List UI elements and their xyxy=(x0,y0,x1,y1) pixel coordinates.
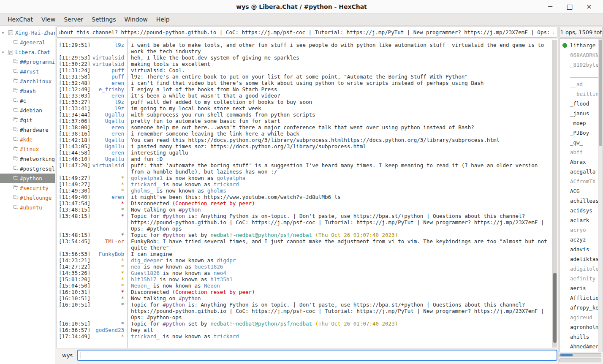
nick-label: eren xyxy=(111,149,124,156)
sidebar-item-linux[interactable]: #linux xyxy=(0,144,55,154)
chat-line: [11:49:30]*gholms_ is now known as gholm… xyxy=(59,187,549,194)
topic-bar[interactable]: about this channel? https://pound-python… xyxy=(56,27,557,38)
userlist-scrollbar[interactable] xyxy=(598,39,603,352)
message-text: with subprocess you run shell commands f… xyxy=(128,111,549,118)
sidebar-item-debian[interactable]: #debian xyxy=(0,106,55,115)
menu-item-window[interactable]: Window xyxy=(120,14,152,24)
message-segment: Neoon xyxy=(204,283,220,289)
timestamp: [11:49:27] xyxy=(59,175,90,181)
userlist-scrollbar-thumb[interactable] xyxy=(599,40,602,146)
user-list-item[interactable]: ACG xyxy=(560,186,603,196)
user-list-item[interactable]: ACfromTX xyxy=(560,177,603,186)
user-list-item[interactable]: aczyz xyxy=(560,235,603,244)
chat-line-gutter: [14:35:26]* xyxy=(59,270,128,276)
expander-icon[interactable]: ▾ xyxy=(2,50,8,54)
message-segment: nedbat!~nedbat@python/psf/nedbat xyxy=(210,321,312,327)
sidebar-item-git[interactable]: #git xyxy=(0,115,55,125)
nick-label: e_frisby xyxy=(99,86,124,92)
chat-line: [14:35:26]*Guest1826 is now known as neo… xyxy=(59,270,549,276)
user-list-item[interactable]: 068AADRKN xyxy=(560,50,603,60)
message-segment: (Thu Oct 26 01:07:40 2023) xyxy=(312,321,398,327)
sidebar-item-postgresql[interactable]: #postgresql xyxy=(0,164,55,174)
user-list-item[interactable]: _qw_ xyxy=(560,138,603,147)
chat-lines: [11:29:51]l9zi want be able to make tool… xyxy=(59,42,549,340)
maximize-button[interactable]: □ xyxy=(560,3,579,11)
user-list-item[interactable]: abff xyxy=(560,147,603,157)
chat-line-gutter: [16:10:31]* xyxy=(59,289,128,295)
nick-label: Ugallu xyxy=(105,156,124,162)
user-list-item[interactable]: _moep_ xyxy=(560,118,603,128)
user-list-item[interactable]: Abrax xyxy=(560,157,603,167)
user-list-item[interactable]: acegalla- xyxy=(560,167,603,177)
menu-item-server[interactable]: Server xyxy=(60,14,87,24)
user-list-item[interactable]: aclark xyxy=(560,215,603,225)
timestamp: [11:32:49] xyxy=(59,86,90,92)
message-segment: Guest1826 xyxy=(195,263,223,270)
menu-item-settings[interactable]: Settings xyxy=(87,14,120,24)
chat-scrollbar-thumb[interactable] xyxy=(553,273,557,343)
user-list-item[interactable]: Afflictio xyxy=(560,293,603,303)
user-list-item[interactable]: aeris xyxy=(560,283,603,293)
channel-reference: #python xyxy=(179,206,201,213)
user-list-item[interactable]: afropy_ke xyxy=(560,303,603,312)
tree-server-Libera.Chat[interactable]: ▾Libera.Chat xyxy=(0,47,55,57)
user-nick: aczyz xyxy=(570,236,586,243)
sidebar-item-networking[interactable]: #networking xyxy=(0,154,55,164)
user-list-item[interactable]: acidsys xyxy=(560,206,603,215)
tree-server-Xing-Hai-Zhar[interactable]: ▾Xing-Hai-Zhar xyxy=(0,28,55,38)
message-segment: hey all xyxy=(131,327,153,333)
user-list-item[interactable]: __ad xyxy=(560,79,603,89)
chat-scrollbar[interactable] xyxy=(552,40,557,348)
own-nick-label: wys xyxy=(57,352,77,359)
message-text: and fun :D xyxy=(128,156,549,162)
channel-icon xyxy=(12,127,20,133)
sidebar-item-archlinux[interactable]: #archlinux xyxy=(0,76,55,86)
sidebar-item-rust[interactable]: ##rust xyxy=(0,67,55,76)
expander-icon[interactable]: ▾ xyxy=(2,30,8,35)
sidebar-item-general[interactable]: #general xyxy=(0,38,55,47)
user-list-item[interactable]: _PJBoy xyxy=(560,128,603,138)
channel-icon xyxy=(12,108,20,113)
user-list-item[interactable]: _janus xyxy=(560,109,603,118)
network-meters xyxy=(559,352,603,364)
user-list-item[interactable]: adavis xyxy=(560,244,603,254)
user-list-item[interactable]: _________ xyxy=(560,70,603,79)
sidebar-item-thelounge[interactable]: #thelounge xyxy=(0,193,55,203)
chat-line: [11:29:51]l9zi want be able to make tool… xyxy=(59,42,549,54)
menu-item-hexchat[interactable]: HexChat xyxy=(3,14,37,24)
message-segment: I enjoy a lot of the books from No Starh… xyxy=(131,86,277,92)
user-list-item[interactable]: litharge xyxy=(560,41,603,50)
user-list-item[interactable]: adigitole xyxy=(560,264,603,274)
timestamp: [11:49:30] xyxy=(59,187,90,194)
sidebar-item-bash[interactable]: #bash xyxy=(0,86,55,96)
user-list-item[interactable]: achilleas xyxy=(560,196,603,206)
message-text: im going to my local book store next wee… xyxy=(128,105,549,111)
user-list-item[interactable]: acryo xyxy=(560,225,603,235)
sidebar-item-python[interactable]: #python xyxy=(0,174,55,183)
close-button[interactable]: × xyxy=(579,3,599,11)
user-list-item[interactable]: __builtin xyxy=(560,89,603,99)
sidebar-item-security[interactable]: #security xyxy=(0,183,55,193)
user-list-item[interactable]: ahills xyxy=(560,332,603,342)
user-list-item[interactable]: _flood xyxy=(560,99,603,109)
user-list-item[interactable]: aefinity xyxy=(560,274,603,283)
message-input[interactable] xyxy=(77,350,557,361)
menu-item-help[interactable]: Help xyxy=(152,14,174,24)
sidebar-item-c[interactable]: #c xyxy=(0,96,55,106)
message-segment: Connection reset by peer xyxy=(175,200,252,206)
user-list-item[interactable]: _8192byte xyxy=(560,60,603,70)
user-list-item[interactable]: agronholm xyxy=(560,322,603,332)
user-list-item[interactable]: agireud xyxy=(560,312,603,322)
user-list-item[interactable]: AhmedAmer xyxy=(560,342,603,351)
sidebar-item-kde[interactable]: #kde xyxy=(0,135,55,144)
sidebar-item-ubuntu[interactable]: #ubuntu xyxy=(0,203,55,212)
message-segment: nedbat!~nedbat@python/psf/nedbat xyxy=(210,232,312,238)
sidebar-item-hardware[interactable]: #hardware xyxy=(0,125,55,135)
menu-item-view[interactable]: View xyxy=(37,14,60,24)
chat-line-gutter: [11:37:06]Ugallu xyxy=(59,118,128,124)
sidebar-item-programming[interactable]: ##programming xyxy=(0,57,55,67)
user-nick: _moep_ xyxy=(570,120,589,126)
message-text: i want be able to make tools, and other … xyxy=(128,42,549,54)
user-list-item[interactable]: adeliktas xyxy=(560,254,603,264)
minimize-button[interactable]: − xyxy=(541,3,560,11)
